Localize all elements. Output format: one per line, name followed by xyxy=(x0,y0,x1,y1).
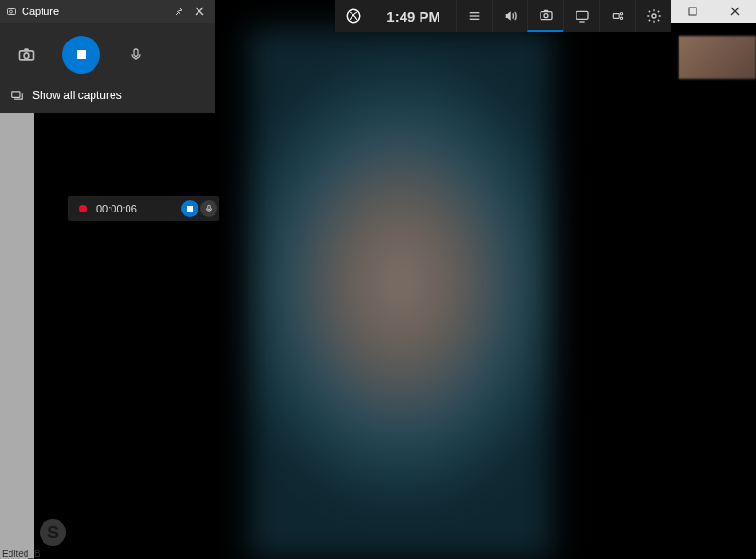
screenshot-button[interactable] xyxy=(11,40,42,70)
recording-mic-button[interactable] xyxy=(200,200,217,217)
svg-point-9 xyxy=(620,13,622,15)
svg-rect-15 xyxy=(8,9,16,15)
capture-panel-body xyxy=(0,23,215,83)
broadcast-icon[interactable] xyxy=(599,0,635,32)
svg-point-11 xyxy=(652,14,656,18)
mic-toggle-button[interactable] xyxy=(121,40,151,70)
capture-title-text: Capture xyxy=(22,6,59,17)
desktop-file-label: Edited_B xyxy=(2,549,41,559)
game-bar: 1:49 PM xyxy=(335,0,671,32)
svg-point-20 xyxy=(24,53,29,59)
window-controls xyxy=(671,0,756,23)
skype-icon[interactable]: S xyxy=(40,519,66,546)
stop-recording-button[interactable] xyxy=(62,36,100,74)
settings-icon[interactable] xyxy=(635,0,671,32)
main-video-feed xyxy=(249,28,553,559)
maximize-button[interactable] xyxy=(671,0,713,23)
svg-rect-6 xyxy=(576,11,588,19)
svg-rect-21 xyxy=(77,50,86,59)
pin-button[interactable] xyxy=(168,1,189,22)
close-button[interactable] xyxy=(713,0,756,23)
xbox-icon[interactable] xyxy=(335,0,371,32)
svg-rect-23 xyxy=(12,92,20,97)
svg-rect-25 xyxy=(208,205,211,210)
capture-panel: Capture Show all captures xyxy=(0,0,215,113)
camera-icon xyxy=(6,6,17,17)
svg-rect-8 xyxy=(613,14,619,19)
desktop-background: Edited_B xyxy=(0,109,34,559)
svg-rect-24 xyxy=(187,206,193,212)
svg-rect-12 xyxy=(689,8,696,15)
svg-point-10 xyxy=(620,17,622,19)
svg-point-16 xyxy=(10,10,13,13)
svg-rect-22 xyxy=(134,49,138,56)
svg-rect-4 xyxy=(541,12,552,20)
recording-time: 00:00:06 xyxy=(96,203,181,214)
gallery-icon xyxy=(9,89,25,102)
close-panel-button[interactable] xyxy=(189,1,210,22)
performance-icon[interactable] xyxy=(563,0,599,32)
menu-icon[interactable] xyxy=(456,0,492,32)
recording-stop-button[interactable] xyxy=(181,200,198,217)
show-all-captures[interactable]: Show all captures xyxy=(0,83,215,113)
recording-bar: 00:00:06 xyxy=(68,196,219,221)
capture-icon[interactable] xyxy=(527,0,563,32)
self-view-thumbnail[interactable] xyxy=(679,36,756,79)
clock: 1:49 PM xyxy=(371,8,456,25)
capture-panel-title: Capture xyxy=(6,6,168,17)
show-all-label: Show all captures xyxy=(32,89,122,102)
recording-indicator-icon xyxy=(79,205,87,212)
svg-point-5 xyxy=(544,14,548,18)
audio-icon[interactable] xyxy=(492,0,528,32)
capture-panel-header: Capture xyxy=(0,0,215,23)
